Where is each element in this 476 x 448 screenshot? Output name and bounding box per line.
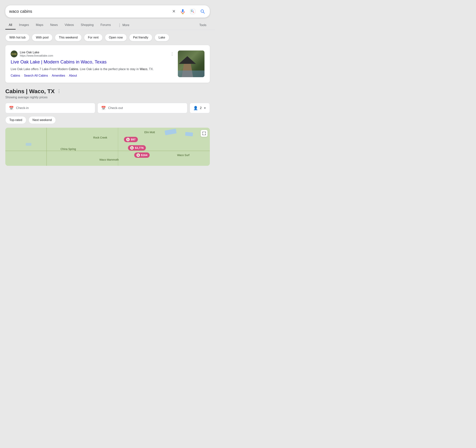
- site-info: Live Oak Lake https://www.liveoaklake.co…: [20, 51, 168, 57]
- map-expand-button[interactable]: [201, 130, 208, 137]
- expand-icon: [202, 132, 206, 135]
- tab-images[interactable]: Images: [16, 21, 32, 29]
- result-links: Cabins · Search All Cabins · Amenities ·…: [11, 74, 174, 77]
- search-button[interactable]: [199, 8, 206, 15]
- result-description: Live Oak Lake offers 7 Lake-Front Modern…: [11, 67, 174, 72]
- link-sep-1: ·: [22, 74, 23, 77]
- result-left: OAK Live Oak Lake https://www.liveoaklak…: [11, 51, 174, 77]
- svg-line-9: [203, 12, 205, 13]
- chip-rent[interactable]: For rent: [84, 34, 103, 41]
- svg-rect-0: [182, 9, 184, 12]
- tab-news[interactable]: News: [47, 21, 61, 29]
- cabins-title: Cabins | Waco, TX: [5, 88, 55, 95]
- price-marker-97[interactable]: 🏠 $97: [124, 137, 138, 142]
- map-label-waco-surf: Waco Surf: [177, 154, 189, 157]
- mic-button[interactable]: [179, 8, 186, 15]
- filter-chips: With hot tub With pool This weekend For …: [0, 30, 215, 45]
- desc-middle: . Live Oak Lake is the perfect place to …: [78, 68, 140, 71]
- water-reflection: [178, 70, 204, 77]
- more-button[interactable]: ⋮ More: [114, 21, 133, 30]
- checkout-input[interactable]: 📅 Check-out: [97, 103, 187, 113]
- price-marker-164[interactable]: 🏠 $164: [134, 152, 150, 158]
- booking-row: 📅 Check-in 📅 Check-out 👤 2 ▼: [5, 103, 210, 113]
- site-name: Live Oak Lake: [20, 51, 168, 54]
- price-97: $97: [131, 138, 136, 141]
- cabins-menu-icon[interactable]: ⋮: [57, 89, 61, 94]
- tab-all[interactable]: All: [5, 21, 16, 29]
- chip-hot-tub[interactable]: With hot tub: [5, 34, 29, 41]
- chip-weekend[interactable]: This weekend: [55, 34, 82, 41]
- map-water-1: [164, 129, 176, 135]
- chip-next-weekend[interactable]: Next weekend: [28, 116, 56, 124]
- house-icon-3776: 🏠: [130, 146, 134, 149]
- tab-maps[interactable]: Maps: [32, 21, 47, 29]
- desc-after: , TX.: [147, 68, 154, 71]
- cabins-filter-row: Top-rated Next weekend: [5, 116, 210, 124]
- chip-pet-friendly[interactable]: Pet friendly: [129, 34, 152, 41]
- map-container[interactable]: China Spring Rock Creek Elm Mott Waco Su…: [5, 128, 210, 166]
- map-background: China Spring Rock Creek Elm Mott Waco Su…: [5, 128, 210, 166]
- desc-before: Live Oak Lake offers 7 Lake-Front Modern: [11, 68, 69, 71]
- chip-open-now[interactable]: Open now: [105, 34, 127, 41]
- desc-cabins: Cabins: [69, 68, 78, 71]
- cabins-subtitle: Showing average nightly prices: [5, 96, 210, 99]
- price-marker-3776[interactable]: 🏠 $3,776: [128, 145, 146, 150]
- search-input[interactable]: [9, 9, 169, 14]
- tab-shopping[interactable]: Shopping: [77, 21, 97, 29]
- mic-icon: [180, 9, 186, 14]
- link-cabins[interactable]: Cabins: [11, 74, 20, 77]
- link-search-all-cabins[interactable]: Search All Cabins: [24, 74, 48, 77]
- guest-icon: 👤: [193, 106, 198, 110]
- map-label-elm-mott: Elm Mott: [144, 131, 155, 134]
- guest-selector[interactable]: 👤 2 ▼: [190, 103, 210, 113]
- link-sep-2: ·: [50, 74, 50, 77]
- house-icon-97: 🏠: [126, 138, 130, 141]
- checkout-calendar-icon: 📅: [101, 106, 106, 110]
- result-title[interactable]: Live Oak Lake | Modern Cabins in Waco, T…: [11, 59, 174, 65]
- site-favicon: OAK: [11, 51, 17, 57]
- cabins-section: Cabins | Waco, TX ⋮ Showing average nigh…: [5, 88, 210, 166]
- result-image: [178, 51, 204, 77]
- nav-tabs: All Images Maps News Videos Shopping For…: [0, 21, 215, 30]
- tools-button[interactable]: Tools: [196, 21, 210, 29]
- house-icon-164: 🏠: [136, 153, 140, 157]
- lens-button[interactable]: [189, 8, 196, 15]
- map-label-china-spring: China Spring: [61, 148, 76, 150]
- search-bar: ✕: [5, 5, 210, 17]
- site-menu-icon[interactable]: ⋮: [170, 52, 174, 56]
- site-header: OAK Live Oak Lake https://www.liveoaklak…: [11, 51, 174, 57]
- clear-icon: ✕: [172, 9, 176, 14]
- svg-line-5: [193, 12, 194, 12]
- chip-pool[interactable]: With pool: [32, 34, 52, 41]
- chip-top-rated[interactable]: Top-rated: [5, 116, 26, 124]
- checkout-label: Check-out: [108, 106, 123, 110]
- dots-icon: ⋮: [118, 23, 122, 28]
- guest-count: 2: [200, 106, 202, 110]
- main-content: OAK Live Oak Lake https://www.liveoaklak…: [0, 45, 215, 166]
- map-water-2: [185, 132, 193, 136]
- price-164: $164: [141, 153, 147, 157]
- clear-button[interactable]: ✕: [171, 8, 176, 15]
- desc-waco: Waco: [140, 68, 147, 71]
- checkin-label: Check-in: [16, 106, 29, 110]
- site-url: https://www.liveoaklake.com: [20, 54, 168, 57]
- link-sep-3: ·: [67, 74, 68, 77]
- lens-icon: [190, 9, 195, 14]
- map-road-1: [46, 128, 47, 166]
- tab-videos[interactable]: Videos: [61, 21, 77, 29]
- more-label: More: [122, 23, 129, 27]
- favicon-text: OAK: [11, 53, 17, 55]
- price-3776: $3,776: [135, 146, 144, 149]
- chip-lake[interactable]: Lake: [155, 34, 169, 41]
- cabins-header: Cabins | Waco, TX ⋮: [5, 88, 210, 95]
- result-card: OAK Live Oak Lake https://www.liveoaklak…: [5, 45, 210, 83]
- search-bar-container: ✕: [0, 0, 215, 21]
- search-icon: [200, 9, 205, 14]
- search-icons: ✕: [171, 8, 206, 15]
- link-about[interactable]: About: [69, 74, 77, 77]
- checkin-input[interactable]: 📅 Check-in: [5, 103, 95, 113]
- tab-forums[interactable]: Forums: [97, 21, 114, 29]
- map-road-2: [5, 150, 210, 151]
- checkin-calendar-icon: 📅: [9, 106, 14, 110]
- link-amenities[interactable]: Amenities: [52, 74, 65, 77]
